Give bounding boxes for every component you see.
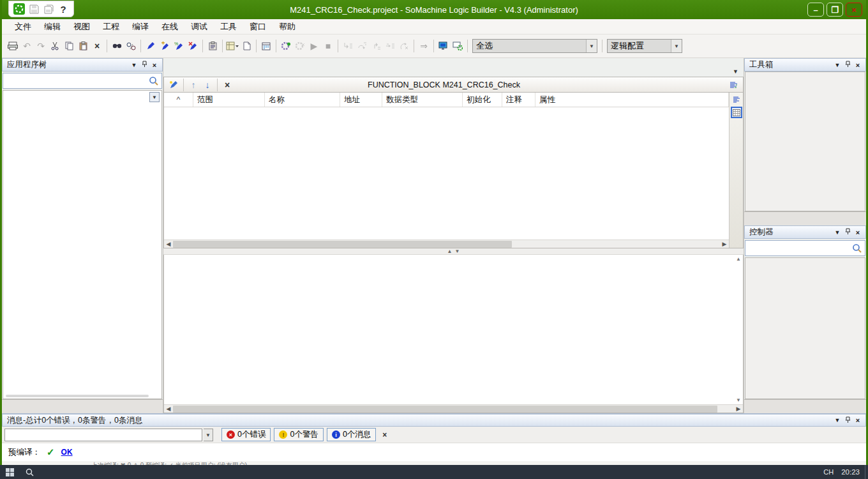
chevron-down-icon[interactable]: ▼ [671, 40, 682, 52]
chevron-down-icon[interactable]: ▼ [586, 40, 597, 52]
find-icon[interactable] [110, 39, 124, 53]
newdoc-icon[interactable] [239, 39, 253, 53]
menu-item-编译[interactable]: 编译 [126, 19, 155, 34]
show-desktop-button[interactable] [865, 465, 868, 479]
restore-button[interactable]: ❐ [827, 3, 843, 17]
close-button[interactable]: × [846, 3, 862, 17]
pen-blue-icon[interactable] [144, 39, 158, 53]
ime-language-indicator[interactable]: CH [823, 468, 834, 476]
col-attributes[interactable]: 属性 [535, 93, 729, 107]
code-vscrollbar[interactable]: ▲▼ [734, 255, 743, 404]
menu-item-调试[interactable]: 调试 [184, 19, 214, 34]
help-icon[interactable]: ? [57, 3, 70, 15]
step-over-icon[interactable] [355, 39, 369, 53]
controller-search-input[interactable] [745, 240, 865, 256]
menu-item-帮助[interactable]: 帮助 [273, 19, 302, 34]
taskbar-search-icon[interactable] [20, 465, 40, 479]
select-all-combo[interactable]: 全选 ▼ [472, 39, 597, 53]
col-comment[interactable]: 注释 [502, 93, 535, 107]
close-icon[interactable]: × [853, 61, 863, 69]
pin-icon[interactable] [842, 416, 853, 425]
undo-icon[interactable]: ↶ [20, 39, 34, 53]
monitor-gear-icon[interactable] [451, 39, 465, 53]
pin-icon[interactable] [842, 61, 853, 69]
tree-root-dropdown-icon[interactable]: ▼ [149, 92, 160, 102]
search-icon[interactable] [852, 243, 862, 254]
warnings-filter-button[interactable]: ! 0个警告 [274, 428, 323, 441]
stop-icon[interactable]: ■ [321, 39, 335, 53]
panel-menu-icon[interactable]: ▼ [832, 229, 842, 236]
menu-item-视图[interactable]: 视图 [67, 19, 96, 34]
logout-icon[interactable] [293, 39, 307, 53]
tab-list-dropdown-icon[interactable]: ▼ [733, 68, 738, 75]
table-view-icon[interactable] [731, 107, 742, 118]
editor-splitter[interactable]: ▲▼ [163, 248, 744, 255]
paste-icon[interactable] [76, 39, 90, 53]
save-all-icon[interactable] [42, 3, 55, 15]
start-button[interactable] [0, 465, 20, 479]
panel-menu-icon[interactable]: ▼ [832, 417, 842, 423]
print-icon[interactable] [6, 39, 20, 53]
precompile-ok-link[interactable]: OK [61, 448, 73, 457]
step-add-icon[interactable] [383, 39, 397, 53]
save-icon[interactable] [27, 3, 40, 15]
clear-messages-icon[interactable]: × [382, 430, 387, 439]
select-all-combo-value: 全选 [473, 40, 586, 52]
tree-hscrollbar[interactable] [6, 395, 149, 397]
textual-view-icon[interactable] [726, 78, 740, 92]
pin-icon[interactable] [842, 228, 853, 236]
step-reset-icon[interactable] [397, 39, 411, 53]
col-datatype[interactable]: 数据类型 [382, 93, 463, 107]
minimize-button[interactable]: – [807, 3, 824, 17]
infos-filter-button[interactable]: i 0个消息 [327, 428, 376, 441]
clipboard-icon[interactable] [206, 39, 220, 53]
panel-menu-icon[interactable]: ▼ [129, 62, 139, 68]
panel-menu-icon[interactable]: ▼ [832, 62, 842, 68]
menu-item-工具[interactable]: 工具 [214, 19, 243, 34]
step-into-icon[interactable] [341, 39, 355, 53]
col-name[interactable]: 名称 [265, 93, 340, 107]
flow-icon[interactable]: ⇒ [417, 39, 431, 53]
pen-pct-icon[interactable]: % [172, 39, 186, 53]
monitor-blue-icon[interactable] [437, 39, 451, 53]
controller-title: 控制器 [749, 227, 832, 238]
redo-icon[interactable]: ↷ [34, 39, 48, 53]
declaration-hscrollbar[interactable]: ◀ ▶ [164, 240, 729, 248]
copy-icon[interactable] [62, 39, 76, 53]
menu-item-编辑[interactable]: 编辑 [38, 19, 67, 34]
col-address[interactable]: 地址 [340, 93, 382, 107]
step-out-icon[interactable] [369, 39, 383, 53]
col-init[interactable]: 初始化 [463, 93, 502, 107]
taskbar-clock[interactable]: 20:23 [836, 468, 865, 476]
menu-item-文件[interactable]: 文件 [8, 19, 38, 34]
menu-item-工程[interactable]: 工程 [96, 19, 126, 34]
close-icon[interactable]: × [853, 229, 863, 236]
errors-filter-button[interactable]: × 0个错误 [221, 428, 271, 441]
build-dd-icon[interactable] [225, 39, 239, 53]
logic-config-combo[interactable]: 逻辑配置 ▼ [607, 39, 682, 53]
cut-icon[interactable] [48, 39, 62, 53]
pen-add-icon[interactable] [158, 39, 172, 53]
replace-icon[interactable] [124, 39, 138, 53]
close-icon[interactable]: × [149, 61, 160, 69]
login-icon[interactable] [279, 39, 293, 53]
calendar-icon[interactable] [259, 39, 273, 53]
title-bar: M241_CRC16_Check.project - SoMachine Log… [2, 0, 866, 19]
search-icon[interactable] [149, 76, 159, 86]
col-scope[interactable]: 范围 [193, 93, 265, 107]
warning-icon: ! [279, 430, 287, 439]
pin-icon[interactable] [139, 61, 149, 69]
delete-icon[interactable]: × [90, 39, 104, 53]
code-hscrollbar[interactable]: ◀ ▶ [164, 404, 743, 413]
st-code-editor[interactable]: ▲▼ ◀ ▶ [163, 255, 744, 413]
run-icon[interactable]: ▶ [307, 39, 321, 53]
close-icon[interactable]: × [853, 416, 863, 424]
menu-item-在线[interactable]: 在线 [155, 19, 184, 34]
text-view-icon[interactable] [731, 94, 742, 105]
right-dock: 工具箱 ▼ × 控制器 ▼ × [744, 58, 866, 413]
tree-search-input[interactable] [3, 73, 162, 89]
chevron-down-icon[interactable]: ▼ [204, 429, 213, 441]
pen-del-icon[interactable] [186, 39, 200, 53]
message-category-combo[interactable] [4, 429, 202, 441]
menu-item-窗口[interactable]: 窗口 [243, 19, 273, 34]
